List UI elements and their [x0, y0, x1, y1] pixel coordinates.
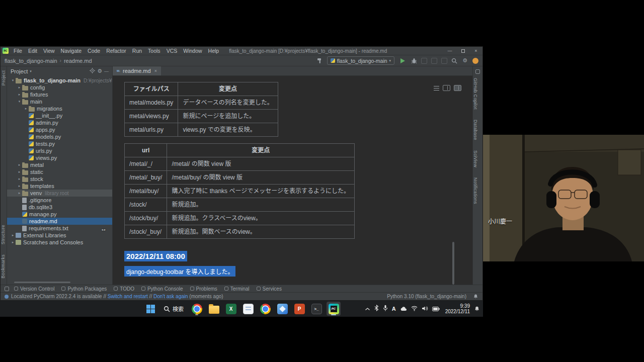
taskbar-explorer[interactable]	[207, 302, 221, 316]
switch-restart-link[interactable]: Switch and restart	[108, 294, 148, 299]
tool-strip-notifications[interactable]: Notifications	[473, 177, 478, 204]
chevron-closed-icon[interactable]: ▸	[17, 191, 22, 195]
tray-expand-icon[interactable]	[365, 304, 370, 313]
menu-run[interactable]: Run	[129, 48, 145, 54]
taskbar-photos[interactable]	[275, 302, 289, 316]
search-everywhere-icon[interactable]	[451, 58, 457, 64]
tree-item-db-sqlite3[interactable]: db.sqlite3	[7, 204, 112, 211]
chevron-closed-icon[interactable]: ▸	[17, 93, 22, 97]
tree-item-requirements-txt[interactable]: requirements.txt	[7, 225, 112, 232]
chevron-open-icon[interactable]: ▾	[17, 100, 22, 104]
tool-strip-sciview[interactable]: SciView	[473, 150, 478, 167]
python-interpreter[interactable]: Python 3.10 (flask_to_django-main)	[387, 294, 466, 299]
tool-strip-bookmarks[interactable]: Bookmarks	[1, 254, 6, 279]
taskbar-terminal[interactable]: >_	[309, 302, 324, 316]
tree-item-readme-md[interactable]: readme.md	[7, 218, 112, 225]
menu-navigate[interactable]: Navigate	[58, 48, 85, 54]
toolbutton-python-console[interactable]: Python Console	[141, 286, 183, 292]
chevron-closed-icon[interactable]: ▸	[17, 184, 22, 188]
tree-item-admin-py[interactable]: admin.py	[7, 119, 112, 126]
tree-item-external-libraries[interactable]: ▸External Libraries	[7, 232, 112, 239]
user-avatar[interactable]	[472, 58, 478, 64]
microphone-icon[interactable]	[383, 304, 388, 313]
tool-strip-top-icon[interactable]	[475, 69, 480, 74]
chevron-closed-icon[interactable]: ▸	[17, 170, 22, 174]
dont-ask-link[interactable]: Don't ask again	[153, 294, 188, 299]
ime-indicator[interactable]: A	[392, 306, 396, 312]
menu-vcs[interactable]: VCS	[164, 48, 181, 54]
tree-item-stock[interactable]: ▸stock	[7, 175, 112, 183]
profiler-icon[interactable]	[431, 58, 437, 64]
tree-item-models-py[interactable]: models.py	[7, 133, 112, 140]
preview-menu-icon[interactable]	[434, 86, 439, 90]
taskbar-notes[interactable]	[241, 302, 255, 316]
chevron-closed-icon[interactable]: ▸	[17, 163, 22, 167]
chevron-open-icon[interactable]: ▾	[10, 78, 16, 82]
tree-item-fixtures[interactable]: ▸fixtures	[7, 91, 112, 98]
taskbar-powerpoint[interactable]: P	[292, 302, 306, 316]
toolbutton-services[interactable]: Services	[257, 286, 282, 292]
tool-strip-project[interactable]: Project	[1, 70, 6, 85]
taskbar-excel[interactable]: X	[224, 302, 238, 316]
build-icon[interactable]	[316, 57, 323, 64]
menu-help[interactable]: Help	[205, 48, 222, 54]
tree-item-venv[interactable]: ▸venvlibrary root	[7, 190, 112, 197]
locate-file-icon[interactable]	[90, 68, 95, 74]
tree-item-urls-py[interactable]: urls.py	[7, 147, 112, 154]
tree-item-metal[interactable]: ▸metal	[7, 161, 112, 168]
taskbar-pycharm[interactable]: PC	[327, 302, 341, 316]
taskbar-search[interactable]: 検索	[160, 302, 187, 315]
tree-item-main[interactable]: ▾main	[7, 98, 112, 105]
preview-only-icon[interactable]	[454, 85, 461, 91]
event-log-icon[interactable]	[473, 293, 478, 300]
toolbutton-todo[interactable]: TODO	[114, 286, 134, 292]
panel-settings-icon[interactable]: ⚙	[97, 68, 102, 74]
editor-preview-split-icon[interactable]	[443, 85, 450, 91]
run-button[interactable]	[400, 58, 405, 63]
chevron-down-icon[interactable]: ▾	[30, 69, 32, 73]
tool-strip-structure[interactable]: Structure	[1, 225, 6, 244]
tree-item-config[interactable]: ▸config	[7, 84, 112, 91]
tree-item-gitignore[interactable]: .gitignore	[7, 197, 112, 204]
toolbutton-terminal[interactable]: Terminal	[224, 286, 250, 292]
tab-readme[interactable]: M↓ readme.md ×	[113, 66, 161, 75]
run-config-select[interactable]: flask_to_django-main ▾	[327, 56, 394, 65]
notification-bell-icon[interactable]	[474, 304, 480, 313]
tree-item-views-py[interactable]: views.py	[7, 154, 112, 161]
tree-item-tests-py[interactable]: tests.py	[7, 140, 112, 147]
toolbutton-python-packages[interactable]: Python Packages	[61, 286, 107, 292]
chevron-closed-icon[interactable]: ▸	[17, 85, 22, 89]
tree-item-init-py[interactable]: __init__.py	[7, 112, 112, 119]
tree-item-apps-py[interactable]: apps.py	[7, 126, 112, 133]
debug-button[interactable]	[411, 58, 417, 64]
project-tree-hscrollbar[interactable]	[14, 282, 70, 283]
toolbutton-problems[interactable]: Problems	[190, 286, 217, 292]
taskbar-clock[interactable]: 9:39 2022/12/11	[445, 303, 470, 314]
chevron-closed-icon[interactable]: ▸	[17, 177, 22, 181]
menu-view[interactable]: View	[40, 48, 58, 54]
restore-button[interactable]	[456, 49, 469, 53]
minimize-button[interactable]: —	[443, 47, 456, 55]
tool-window-switcher-icon[interactable]	[5, 287, 9, 291]
menu-tools[interactable]: Tools	[145, 48, 164, 54]
taskbar-browser2[interactable]	[258, 302, 272, 316]
menu-edit[interactable]: Edit	[25, 48, 40, 54]
breadcrumb-flask-to-django-main[interactable]: flask_to_django-main	[5, 58, 57, 64]
settings-icon[interactable]: ⚙	[462, 58, 467, 63]
onedrive-icon[interactable]	[400, 304, 407, 313]
menu-refactor[interactable]: Refactor	[103, 48, 129, 54]
menu-code[interactable]: Code	[85, 48, 103, 54]
tree-item-manage-py[interactable]: manage.py	[7, 211, 112, 218]
tree-item-flask-to-django-main[interactable]: ▾flask_to_django-mainD:¥projects¥flask_t…	[7, 77, 112, 84]
tool-strip-database[interactable]: Database	[473, 120, 478, 140]
menu-window[interactable]: Window	[180, 48, 205, 54]
tab-close-icon[interactable]: ×	[154, 68, 157, 73]
taskbar-chrome[interactable]	[190, 302, 204, 316]
breadcrumb-readme-md[interactable]: readme.md	[64, 58, 92, 64]
tree-item-templates[interactable]: ▸templates	[7, 183, 112, 190]
layout-icon[interactable]	[441, 58, 447, 64]
volume-icon[interactable]	[422, 304, 428, 313]
tree-item-scratches-and-consoles[interactable]: ▸Scratches and Consoles	[7, 239, 112, 246]
chevron-closed-icon[interactable]: ▸	[10, 233, 16, 237]
editor-scrollbar[interactable]	[452, 242, 454, 285]
